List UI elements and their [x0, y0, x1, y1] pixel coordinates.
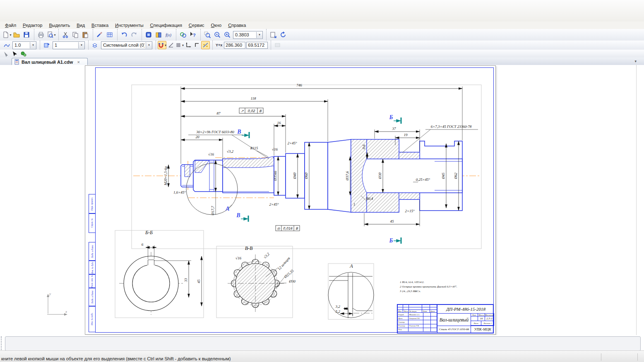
redo-icon [130, 31, 138, 38]
print-preview-button[interactable]: ▾ [46, 30, 56, 40]
toolbar-group [266, 29, 290, 41]
magnet-button[interactable]: ▾ [158, 41, 166, 49]
half-tool-button[interactable] [2, 50, 10, 58]
zoom-current-button[interactable] [212, 30, 222, 40]
rebuild-button[interactable] [278, 30, 288, 40]
zoom-level-combo-dropdown-icon[interactable]: ▾ [256, 32, 262, 38]
menu-item[interactable]: Инструменты [112, 22, 147, 28]
zoom-in-button[interactable] [222, 30, 232, 40]
zoom-area-icon [204, 31, 211, 38]
open-document-button[interactable] [12, 30, 22, 40]
undo-button[interactable] [119, 30, 129, 40]
spreadsheet-button[interactable] [105, 30, 115, 40]
phantom-button[interactable] [273, 40, 283, 50]
title-block-cell: Подп. [422, 310, 430, 313]
tab-overflow-icon[interactable]: ▾ [634, 59, 637, 63]
local-cs-button[interactable] [184, 41, 192, 49]
layer-badge-button[interactable] [42, 40, 52, 50]
copy-properties-button[interactable] [95, 30, 105, 40]
document-tab-bar: Вал шлицевый A1.cdw × ▾ [0, 58, 644, 65]
coordinate-y-field[interactable]: 69.5172 [246, 42, 268, 49]
variables-button[interactable]: f(x) [163, 30, 173, 40]
title-block-cell [409, 328, 423, 332]
angle-snap-button[interactable] [166, 41, 175, 49]
layer-number-combo-dropdown-icon[interactable]: ▾ [78, 42, 84, 48]
phantom-icon [274, 41, 281, 49]
mass-header: Масса [478, 314, 485, 316]
line-width-combo[interactable]: 1.0▾ [12, 41, 36, 49]
cut-button[interactable] [60, 30, 70, 40]
snaps-button[interactable] [201, 41, 210, 49]
title-block-cell: Разраб. [398, 313, 409, 316]
print-preview-dropdown-icon[interactable]: ▾ [54, 33, 56, 37]
menu-item[interactable]: Справка [225, 22, 249, 28]
local-cs-icon [185, 42, 192, 48]
property-panel-grip[interactable] [1, 336, 5, 350]
title-block-cell [431, 316, 437, 320]
toolbar-group: ▾▾ [156, 41, 211, 50]
status-bar: кните левой кнопкой мыши на объекте для … [0, 350, 644, 362]
title-block-cell: Н.контр. [398, 324, 409, 328]
app-launcher-icon [145, 31, 152, 38]
layers-stack-button[interactable] [90, 40, 100, 50]
mass-value: 16 [478, 316, 485, 321]
technical-notes: 1 Н14, h14, ±IT14/2.2 Острые кромки прит… [400, 280, 495, 294]
library-manager-icon [155, 31, 162, 38]
new-document-dropdown-icon[interactable]: ▾ [10, 33, 12, 37]
zoom-current-icon [214, 31, 221, 38]
note-line: 2 Острые кромки притупить фаской 0,5×45°… [400, 285, 495, 289]
title-block-cell: Изм. [398, 310, 403, 313]
exchange-button[interactable] [178, 30, 188, 40]
tab-close-icon[interactable]: × [77, 60, 79, 65]
properties-tool-button[interactable] [19, 50, 28, 58]
menu-item[interactable]: Файл [2, 22, 19, 28]
line-width-combo-dropdown-icon[interactable]: ▾ [30, 42, 36, 48]
toolbar-group [117, 29, 141, 41]
print-button[interactable] [36, 30, 46, 40]
print-icon [37, 31, 45, 38]
tools-toolbar [0, 50, 644, 58]
frame-stamp-cell: Инв. № дубл. [89, 260, 96, 275]
layer-name-combo-dropdown-icon[interactable]: ▾ [146, 42, 152, 48]
menu-item[interactable]: Спецификация [147, 22, 185, 28]
document-tab[interactable]: Вал шлицевый A1.cdw × [12, 58, 88, 65]
title-block-cell [409, 320, 423, 324]
line-style-icon [3, 42, 10, 48]
redo-button[interactable] [129, 30, 139, 40]
menu-item[interactable]: Выделить [46, 22, 73, 28]
library-manager-button[interactable] [154, 30, 163, 40]
copy-button[interactable] [70, 30, 80, 40]
lit-header: Лит. [471, 314, 478, 316]
save-document-button[interactable] [22, 30, 31, 40]
half-tool-icon [4, 50, 8, 57]
menu-item[interactable]: Редактор [19, 22, 46, 28]
frame-stamp-cell: Подп. и дата [89, 242, 96, 261]
layer-badge-icon [43, 42, 50, 48]
coordinate-x-field[interactable]: 286.360 [224, 42, 245, 49]
menu-item[interactable]: Окно [208, 22, 225, 28]
fit-page-button[interactable] [268, 30, 278, 40]
title-block-cell: Т.контр. [398, 320, 409, 324]
ortho-button[interactable] [192, 41, 201, 49]
layer-name-combo[interactable]: Системный слой (0)▾ [101, 41, 152, 49]
new-document-button[interactable]: ▾ [2, 30, 12, 40]
context-help-button[interactable]: ? [188, 30, 198, 40]
menu-item[interactable]: Вид [73, 22, 88, 28]
frame-stamp-cell: Подп. и дата [89, 288, 96, 307]
window-chrome [0, 0, 644, 22]
grid-button[interactable]: ▾ [175, 41, 184, 49]
drawing-canvas[interactable]: Перв. примен.Справ. №Подп. и датаИнв. № … [0, 65, 644, 335]
title-block-cell: Михалёв А.А. [409, 313, 423, 316]
selection-arrow-button[interactable] [10, 50, 19, 58]
app-launcher-button[interactable] [144, 30, 154, 40]
menu-item[interactable]: Вставка [88, 22, 112, 28]
svg-text:f(x): f(x) [166, 33, 172, 38]
layer-number-combo[interactable]: 1▾ [53, 41, 85, 49]
menu-item[interactable]: Сервис [185, 22, 208, 28]
zoom-area-button[interactable] [202, 30, 212, 40]
status-hint: кните левой кнопкой мыши на объекте для … [0, 356, 231, 362]
canvas-right-separator [636, 65, 637, 335]
zoom-level-combo[interactable]: 0.3803▾ [233, 31, 263, 39]
paste-button[interactable] [80, 30, 90, 40]
line-style-button[interactable] [2, 40, 12, 50]
